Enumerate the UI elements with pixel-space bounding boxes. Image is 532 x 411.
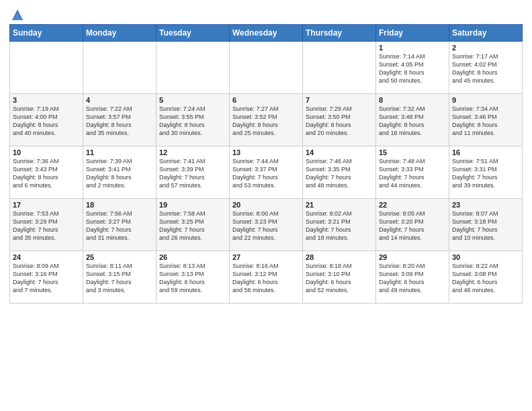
day-info: Sunrise: 8:07 AM Sunset: 3:18 PM Dayligh… [452, 210, 519, 242]
day-number: 27 [232, 253, 300, 261]
day-number: 1 [379, 44, 446, 52]
day-info: Sunrise: 8:02 AM Sunset: 3:21 PM Dayligh… [306, 210, 373, 242]
day-cell: 23Sunrise: 8:07 AM Sunset: 3:18 PM Dayli… [449, 199, 523, 251]
day-info: Sunrise: 7:19 AM Sunset: 4:00 PM Dayligh… [13, 105, 80, 138]
day-number: 25 [86, 253, 153, 261]
day-cell: 8Sunrise: 7:32 AM Sunset: 3:48 PM Daylig… [376, 94, 449, 146]
day-info: Sunrise: 8:20 AM Sunset: 3:09 PM Dayligh… [379, 262, 446, 295]
day-info: Sunrise: 7:53 AM Sunset: 3:29 PM Dayligh… [13, 210, 80, 242]
day-cell: 4Sunrise: 7:22 AM Sunset: 3:57 PM Daylig… [83, 94, 157, 146]
day-number: 20 [232, 201, 300, 209]
day-cell: 12Sunrise: 7:41 AM Sunset: 3:39 PM Dayli… [157, 146, 230, 199]
day-cell: 2Sunrise: 7:17 AM Sunset: 4:02 PM Daylig… [449, 42, 523, 94]
day-number: 29 [379, 253, 446, 261]
day-number: 9 [452, 96, 519, 104]
day-cell: 25Sunrise: 8:11 AM Sunset: 3:15 PM Dayli… [83, 251, 157, 304]
day-info: Sunrise: 7:51 AM Sunset: 3:31 PM Dayligh… [452, 157, 519, 190]
day-cell [83, 42, 157, 94]
day-info: Sunrise: 8:09 AM Sunset: 3:16 PM Dayligh… [13, 262, 80, 295]
day-number: 5 [159, 96, 226, 104]
calendar-table: SundayMondayTuesdayWednesdayThursdayFrid… [9, 24, 523, 304]
day-cell: 18Sunrise: 7:56 AM Sunset: 3:27 PM Dayli… [83, 199, 157, 251]
day-info: Sunrise: 7:29 AM Sunset: 3:50 PM Dayligh… [306, 105, 373, 138]
day-info: Sunrise: 8:22 AM Sunset: 3:08 PM Dayligh… [452, 262, 519, 295]
page: SundayMondayTuesdayWednesdayThursdayFrid… [0, 0, 532, 411]
day-cell: 24Sunrise: 8:09 AM Sunset: 3:16 PM Dayli… [10, 251, 83, 304]
day-info: Sunrise: 7:56 AM Sunset: 3:27 PM Dayligh… [86, 210, 153, 242]
day-info: Sunrise: 7:17 AM Sunset: 4:02 PM Dayligh… [452, 52, 519, 85]
day-info: Sunrise: 7:44 AM Sunset: 3:37 PM Dayligh… [232, 157, 300, 190]
day-info: Sunrise: 8:00 AM Sunset: 3:23 PM Dayligh… [232, 210, 300, 242]
day-cell: 20Sunrise: 8:00 AM Sunset: 3:23 PM Dayli… [230, 199, 303, 251]
day-number: 13 [232, 148, 300, 156]
day-cell: 15Sunrise: 7:48 AM Sunset: 3:33 PM Dayli… [376, 146, 449, 199]
day-number: 16 [452, 148, 519, 156]
logo [9, 9, 24, 19]
header-friday: Friday [376, 25, 449, 42]
day-cell [10, 42, 83, 94]
week-row-3: 10Sunrise: 7:36 AM Sunset: 3:43 PM Dayli… [10, 146, 523, 199]
day-number: 8 [379, 96, 446, 104]
week-row-1: 1Sunrise: 7:14 AM Sunset: 4:05 PM Daylig… [10, 42, 523, 94]
day-info: Sunrise: 7:36 AM Sunset: 3:43 PM Dayligh… [13, 157, 80, 190]
day-info: Sunrise: 7:39 AM Sunset: 3:41 PM Dayligh… [86, 157, 153, 190]
day-number: 26 [159, 253, 226, 261]
header-row: SundayMondayTuesdayWednesdayThursdayFrid… [10, 25, 523, 42]
day-cell: 17Sunrise: 7:53 AM Sunset: 3:29 PM Dayli… [10, 199, 83, 251]
day-number: 6 [232, 96, 300, 104]
day-cell: 27Sunrise: 8:16 AM Sunset: 3:12 PM Dayli… [230, 251, 303, 304]
day-number: 4 [86, 96, 153, 104]
header-sunday: Sunday [10, 25, 83, 42]
day-cell: 7Sunrise: 7:29 AM Sunset: 3:50 PM Daylig… [303, 94, 376, 146]
day-number: 15 [379, 148, 446, 156]
day-number: 28 [306, 253, 373, 261]
day-number: 22 [379, 201, 446, 209]
day-number: 23 [452, 201, 519, 209]
header-thursday: Thursday [303, 25, 376, 42]
day-cell: 9Sunrise: 7:34 AM Sunset: 3:46 PM Daylig… [449, 94, 523, 146]
day-number: 2 [452, 44, 519, 52]
day-info: Sunrise: 7:58 AM Sunset: 3:25 PM Dayligh… [159, 210, 226, 242]
day-cell: 16Sunrise: 7:51 AM Sunset: 3:31 PM Dayli… [449, 146, 523, 199]
day-info: Sunrise: 7:14 AM Sunset: 4:05 PM Dayligh… [379, 52, 446, 85]
day-cell: 10Sunrise: 7:36 AM Sunset: 3:43 PM Dayli… [10, 146, 83, 199]
day-cell: 5Sunrise: 7:24 AM Sunset: 3:55 PM Daylig… [157, 94, 230, 146]
day-info: Sunrise: 8:18 AM Sunset: 3:10 PM Dayligh… [306, 262, 373, 295]
day-cell: 1Sunrise: 7:14 AM Sunset: 4:05 PM Daylig… [376, 42, 449, 94]
day-number: 12 [159, 148, 226, 156]
header-saturday: Saturday [449, 25, 523, 42]
week-row-2: 3Sunrise: 7:19 AM Sunset: 4:00 PM Daylig… [10, 94, 523, 146]
header-wednesday: Wednesday [230, 25, 303, 42]
day-cell: 13Sunrise: 7:44 AM Sunset: 3:37 PM Dayli… [230, 146, 303, 199]
day-info: Sunrise: 7:32 AM Sunset: 3:48 PM Dayligh… [379, 105, 446, 138]
day-number: 7 [306, 96, 373, 104]
day-info: Sunrise: 8:05 AM Sunset: 3:20 PM Dayligh… [379, 210, 446, 242]
day-number: 3 [13, 96, 80, 104]
header-tuesday: Tuesday [157, 25, 230, 42]
day-cell: 22Sunrise: 8:05 AM Sunset: 3:20 PM Dayli… [376, 199, 449, 251]
day-number: 10 [13, 148, 80, 156]
day-cell: 14Sunrise: 7:46 AM Sunset: 3:35 PM Dayli… [303, 146, 376, 199]
day-info: Sunrise: 7:48 AM Sunset: 3:33 PM Dayligh… [379, 157, 446, 190]
day-info: Sunrise: 8:11 AM Sunset: 3:15 PM Dayligh… [86, 262, 153, 295]
day-cell: 28Sunrise: 8:18 AM Sunset: 3:10 PM Dayli… [303, 251, 376, 304]
day-number: 14 [306, 148, 373, 156]
day-number: 19 [159, 201, 226, 209]
day-cell: 29Sunrise: 8:20 AM Sunset: 3:09 PM Dayli… [376, 251, 449, 304]
day-info: Sunrise: 7:22 AM Sunset: 3:57 PM Dayligh… [86, 105, 153, 138]
header [9, 7, 523, 19]
day-number: 17 [13, 201, 80, 209]
day-cell: 3Sunrise: 7:19 AM Sunset: 4:00 PM Daylig… [10, 94, 83, 146]
day-info: Sunrise: 7:41 AM Sunset: 3:39 PM Dayligh… [159, 157, 226, 190]
day-number: 11 [86, 148, 153, 156]
day-number: 24 [13, 253, 80, 261]
day-number: 21 [306, 201, 373, 209]
day-info: Sunrise: 7:24 AM Sunset: 3:55 PM Dayligh… [159, 105, 226, 138]
day-cell: 21Sunrise: 8:02 AM Sunset: 3:21 PM Dayli… [303, 199, 376, 251]
day-info: Sunrise: 8:16 AM Sunset: 3:12 PM Dayligh… [232, 262, 300, 295]
day-cell: 11Sunrise: 7:39 AM Sunset: 3:41 PM Dayli… [83, 146, 157, 199]
day-number: 18 [86, 201, 153, 209]
day-info: Sunrise: 7:46 AM Sunset: 3:35 PM Dayligh… [306, 157, 373, 190]
header-monday: Monday [83, 25, 157, 42]
day-info: Sunrise: 8:13 AM Sunset: 3:13 PM Dayligh… [159, 262, 226, 295]
